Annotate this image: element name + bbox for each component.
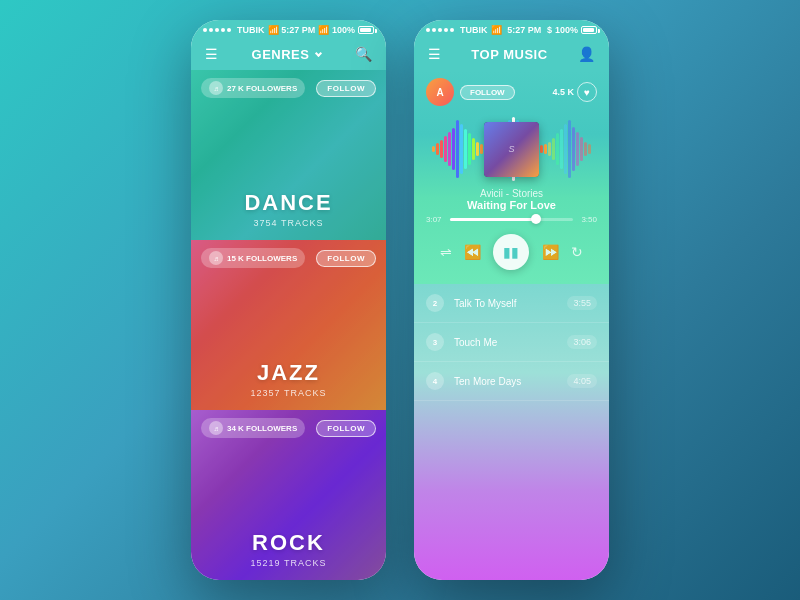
track-duration-2: 3:06 [567, 335, 597, 349]
artist-follow-row: A FOLLOW [426, 78, 515, 106]
heart-icon[interactable]: ♥ [577, 82, 597, 102]
rewind-button[interactable]: ⏪ [464, 244, 481, 260]
artist-row: A FOLLOW 4.5 K ♥ [426, 78, 597, 106]
waveform-bar [452, 128, 455, 171]
genres-nav-title: GENRES [252, 47, 310, 62]
repeat-button[interactable]: ↻ [571, 244, 583, 260]
forward-button[interactable]: ⏩ [542, 244, 559, 260]
waveform-bar [464, 129, 467, 170]
waveform-container: S [426, 114, 597, 184]
genres-nav-bar: ☰ GENRES 🔍 [191, 40, 386, 70]
phones-container: TUBIK 📶 5:27 PM 📶 100% ☰ GENRES 🔍 [191, 20, 609, 580]
followers-icon-dance: ♬ [209, 81, 223, 95]
waveform-bar [556, 133, 559, 164]
jazz-follow-button[interactable]: FOLLOW [316, 250, 376, 267]
artist-follow-button[interactable]: FOLLOW [460, 85, 515, 100]
followers-icon-rock: ♬ [209, 421, 223, 435]
search-icon[interactable]: 🔍 [355, 46, 372, 62]
status-time-music: 5:27 PM [507, 25, 541, 35]
signal-dot-m1 [426, 28, 430, 32]
waveform-bar [480, 144, 483, 154]
dance-follow-button[interactable]: FOLLOW [316, 80, 376, 97]
rock-follow-button[interactable]: FOLLOW [316, 420, 376, 437]
waveform-bar [552, 138, 555, 159]
track-name-2: Touch Me [454, 337, 567, 348]
jazz-genre-name: JAZZ [201, 360, 376, 386]
track-duration-3: 4:05 [567, 374, 597, 388]
rock-header: ♬ 34 K FOLLOWERS FOLLOW [191, 410, 386, 446]
likes-count: 4.5 K [552, 87, 574, 97]
signal-dots-music [426, 28, 454, 32]
track-artist: Avicii - Stories [426, 188, 597, 199]
waveform-bar [572, 127, 575, 172]
waveform-bar [564, 124, 567, 174]
waveform-bar [588, 144, 591, 154]
progress-thumb [531, 214, 541, 224]
playlist-item-2[interactable]: 3 Touch Me 3:06 [414, 323, 609, 362]
status-left-genres: TUBIK 📶 [203, 25, 279, 35]
status-left-music: TUBIK 📶 [426, 25, 502, 35]
hamburger-icon-music[interactable]: ☰ [428, 46, 441, 62]
dance-tracks: 3754 TRACKS [201, 218, 376, 228]
battery-fill [360, 28, 371, 32]
waveform-bar [580, 137, 583, 160]
playlist-item-3[interactable]: 4 Ten More Days 4:05 [414, 362, 609, 401]
dance-genre-name: DANCE [201, 190, 376, 216]
waveform-bar [436, 143, 439, 155]
genre-card-rock[interactable]: ♬ 34 K FOLLOWERS FOLLOW ROCK 15219 TRACK… [191, 410, 386, 580]
battery-text-music: 100% [555, 25, 578, 35]
waveform-bar [432, 146, 435, 153]
track-num-1: 2 [426, 294, 444, 312]
track-num-2: 3 [426, 333, 444, 351]
likes-badge: 4.5 K ♥ [552, 82, 597, 102]
progress-fill [450, 218, 537, 221]
dance-content: DANCE 3754 TRACKS [191, 180, 386, 240]
phone-genres: TUBIK 📶 5:27 PM 📶 100% ☰ GENRES 🔍 [191, 20, 386, 580]
progress-row: 3:07 3:50 [426, 215, 597, 224]
player-section: A FOLLOW 4.5 K ♥ S Avicii - Stories Wait… [414, 70, 609, 284]
signal-dot-m2 [432, 28, 436, 32]
jazz-followers-text: 15 K FOLLOWERS [227, 254, 297, 263]
time-end: 3:50 [581, 215, 597, 224]
time-start: 3:07 [426, 215, 442, 224]
followers-icon-jazz: ♬ [209, 251, 223, 265]
controls-row: ⇌ ⏪ ▮▮ ⏩ ↻ [426, 228, 597, 274]
waveform-bar [568, 120, 571, 177]
track-duration-1: 3:55 [567, 296, 597, 310]
shuffle-button[interactable]: ⇌ [440, 244, 452, 260]
signal-dot-4 [221, 28, 225, 32]
status-time-genres: 5:27 PM [281, 25, 315, 35]
chevron-down-icon [315, 49, 322, 56]
waveform-bar [472, 138, 475, 159]
playlist-item-1[interactable]: 2 Talk To Myself 3:55 [414, 284, 609, 323]
playlist-section: 2 Talk To Myself 3:55 3 Touch Me 3:06 4 … [414, 284, 609, 580]
dance-followers-text: 27 K FOLLOWERS [227, 84, 297, 93]
genre-card-dance[interactable]: ♬ 27 K FOLLOWERS FOLLOW DANCE 3754 TRACK… [191, 70, 386, 240]
track-info: Avicii - Stories Waiting For Love [426, 188, 597, 211]
waveform-bar [548, 142, 551, 156]
status-bar-genres: TUBIK 📶 5:27 PM 📶 100% [191, 20, 386, 40]
progress-bar[interactable] [450, 218, 574, 221]
user-icon[interactable]: 👤 [578, 46, 595, 62]
music-nav-title: TOP MUSIC [471, 47, 547, 62]
dance-header: ♬ 27 K FOLLOWERS FOLLOW [191, 70, 386, 106]
wifi-icon-music: 📶 [491, 25, 502, 35]
waveform-bar [448, 132, 451, 165]
track-name-1: Talk To Myself [454, 298, 567, 309]
jazz-content: JAZZ 12357 TRACKS [191, 350, 386, 410]
jazz-followers-badge: ♬ 15 K FOLLOWERS [201, 248, 305, 268]
jazz-tracks: 12357 TRACKS [201, 388, 376, 398]
signal-dot-m5 [450, 28, 454, 32]
artist-avatar: A [426, 78, 454, 106]
rock-followers-text: 34 K FOLLOWERS [227, 424, 297, 433]
genre-card-jazz[interactable]: ♬ 15 K FOLLOWERS FOLLOW JAZZ 12357 TRACK… [191, 240, 386, 410]
battery-icon [358, 26, 374, 34]
phone-music: TUBIK 📶 5:27 PM $ 100% ☰ TOP MUSIC 👤 [414, 20, 609, 580]
battery-fill-music [583, 28, 594, 32]
pause-button[interactable]: ▮▮ [493, 234, 529, 270]
dance-followers-badge: ♬ 27 K FOLLOWERS [201, 78, 305, 98]
rock-followers-badge: ♬ 34 K FOLLOWERS [201, 418, 305, 438]
status-right-genres: 📶 100% [318, 25, 374, 35]
track-name-3: Ten More Days [454, 376, 567, 387]
hamburger-icon[interactable]: ☰ [205, 46, 218, 62]
